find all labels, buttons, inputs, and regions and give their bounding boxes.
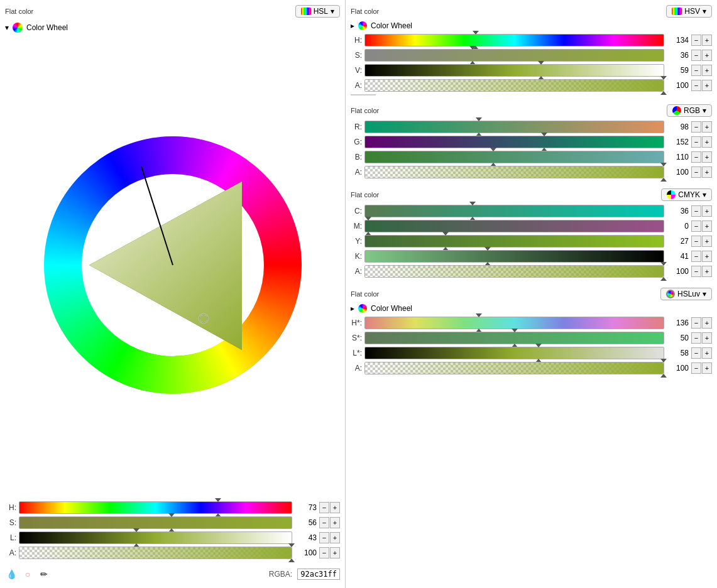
rgb-r-track[interactable] — [364, 121, 664, 133]
h-decrement-btn[interactable]: − — [319, 502, 329, 513]
hsv-s-stepper: − + — [691, 50, 712, 61]
hsv-s-inc[interactable]: + — [702, 50, 712, 61]
wheel-wrapper[interactable] — [38, 130, 308, 400]
l-slider-thumb-top — [133, 528, 140, 532]
hsluv-s-track[interactable] — [364, 332, 664, 344]
hsv-s-track[interactable] — [364, 49, 664, 62]
cmyk-a-dec[interactable]: − — [691, 266, 701, 277]
s-increment-btn[interactable]: + — [330, 517, 340, 528]
hsluv-color-wheel-toggle[interactable]: ▸ Color Wheel — [351, 304, 712, 313]
cmyk-k-inc[interactable]: + — [702, 251, 712, 262]
hsv-a-inc[interactable]: + — [702, 80, 712, 91]
l-label: L: — [5, 533, 16, 542]
cmyk-c-row: C: 36 − + — [351, 205, 712, 217]
hsv-color-wheel-toggle[interactable]: ▸ Color Wheel — [351, 21, 712, 30]
circle-tool-icon[interactable]: ○ — [21, 568, 34, 580]
hsluv-dropdown[interactable]: HSLuv ▾ — [660, 288, 712, 300]
cmyk-c-inc[interactable]: + — [702, 205, 712, 217]
hsv-a-track[interactable] — [364, 79, 664, 92]
hsluv-a-value: 100 — [667, 364, 689, 373]
cmyk-k-track[interactable] — [364, 250, 664, 263]
hsv-v-dec[interactable]: − — [691, 65, 701, 76]
hsv-cw-label: Color Wheel — [371, 21, 412, 30]
rgb-r-inc[interactable]: + — [702, 121, 712, 133]
cmyk-c-track[interactable] — [364, 205, 664, 217]
rgb-b-track[interactable] — [364, 151, 664, 163]
hsluv-s-dec[interactable]: − — [691, 332, 701, 344]
hsv-h-inc[interactable]: + — [702, 35, 712, 46]
hsv-h-track[interactable] — [364, 34, 664, 46]
hsluv-a-track[interactable] — [364, 362, 664, 374]
cmyk-m-inc[interactable]: + — [702, 220, 712, 232]
cmyk-m-row: M: 0 − + — [351, 220, 712, 232]
h-slider-track[interactable] — [19, 501, 292, 514]
hsl-dropdown[interactable]: HSL ▾ — [295, 5, 340, 18]
hsluv-h-track[interactable] — [364, 317, 664, 329]
hsv-s-dec[interactable]: − — [691, 50, 701, 61]
cmyk-dropdown[interactable]: CMYK ▾ — [661, 188, 712, 201]
s-slider-track[interactable] — [19, 516, 292, 529]
hsluv-s-value: 50 — [667, 334, 689, 342]
hsv-v-thumb-top — [538, 61, 544, 65]
hsluv-a-inc[interactable]: + — [702, 362, 712, 374]
rgb-a-track[interactable] — [364, 166, 664, 178]
hsluv-l-dec[interactable]: − — [691, 347, 701, 359]
cmyk-y-dec[interactable]: − — [691, 236, 701, 247]
hsv-v-inc[interactable]: + — [702, 65, 712, 76]
cmyk-y-inc[interactable]: + — [702, 236, 712, 247]
hsluv-h-label: H*: — [351, 318, 362, 327]
rgb-r-stepper: − + — [691, 121, 712, 133]
color-wheel-toggle[interactable]: ▾ Color Wheel — [5, 23, 340, 33]
l-slider-track[interactable] — [19, 531, 292, 544]
rgb-section: Flat color RGB ▾ R: 98 − + G: — [351, 104, 712, 181]
rgba-value[interactable]: 92ac31ff — [297, 569, 340, 580]
a-slider-track-left[interactable] — [19, 547, 292, 559]
hsluv-h-inc[interactable]: + — [702, 317, 712, 329]
s-decrement-btn[interactable]: − — [319, 517, 329, 528]
rgb-b-inc[interactable]: + — [702, 151, 712, 163]
cmyk-a-track[interactable] — [364, 265, 664, 278]
rgb-b-value: 110 — [667, 153, 689, 161]
rgb-g-track[interactable] — [364, 136, 664, 148]
rgb-title: Flat color — [351, 107, 379, 114]
hsluv-h-dec[interactable]: − — [691, 317, 701, 329]
cmyk-c-dec[interactable]: − — [691, 205, 701, 217]
hsluv-l-inc[interactable]: + — [702, 347, 712, 359]
rgb-r-dec[interactable]: − — [691, 121, 701, 133]
hsluv-s-inc[interactable]: + — [702, 332, 712, 344]
rgb-b-dec[interactable]: − — [691, 151, 701, 163]
hsluv-a-dec[interactable]: − — [691, 362, 701, 374]
hsluv-l-track[interactable] — [364, 347, 664, 359]
rgb-g-inc[interactable]: + — [702, 136, 712, 148]
hsluv-a-thumb-bottom — [660, 374, 667, 378]
hsluv-h-row: H*: 136 − + — [351, 317, 712, 329]
hsv-h-dec[interactable]: − — [691, 35, 701, 46]
cmyk-a-inc[interactable]: + — [702, 266, 712, 277]
rgb-dropdown[interactable]: RGB ▾ — [667, 104, 712, 117]
hsv-s-thumb-top — [469, 46, 476, 50]
h-slider-row: H: 73 − + — [5, 501, 340, 514]
cmyk-k-dec[interactable]: − — [691, 251, 701, 262]
hsv-a-dec[interactable]: − — [691, 80, 701, 91]
rgb-g-thumb-top — [541, 133, 547, 136]
a-slider-thumb-bottom-left — [288, 558, 295, 562]
l-increment-btn[interactable]: + — [330, 532, 340, 543]
h-increment-btn[interactable]: + — [330, 502, 340, 513]
hsv-dropdown[interactable]: HSV ▾ — [666, 5, 712, 18]
a-increment-left-btn[interactable]: + — [330, 547, 340, 558]
rgb-a-inc[interactable]: + — [702, 166, 712, 178]
hsv-v-track[interactable] — [364, 64, 664, 77]
color-wheel-svg[interactable] — [38, 130, 308, 400]
cmyk-m-track[interactable] — [364, 220, 664, 232]
left-panel: Flat color HSL ▾ ▾ Color Wheel — [0, 0, 346, 588]
rgb-g-dec[interactable]: − — [691, 136, 701, 148]
cmyk-m-dec[interactable]: − — [691, 220, 701, 232]
rgb-a-dec[interactable]: − — [691, 166, 701, 178]
cmyk-y-track[interactable] — [364, 235, 664, 248]
hsluv-a-stepper: − + — [691, 362, 712, 374]
a-decrement-left-btn[interactable]: − — [319, 547, 329, 558]
pencil-icon[interactable]: ✏ — [38, 568, 50, 580]
dropper-icon[interactable]: 💧 — [5, 568, 18, 580]
s-slider-row: S: 56 − + — [5, 516, 340, 529]
l-decrement-btn[interactable]: − — [319, 532, 329, 543]
